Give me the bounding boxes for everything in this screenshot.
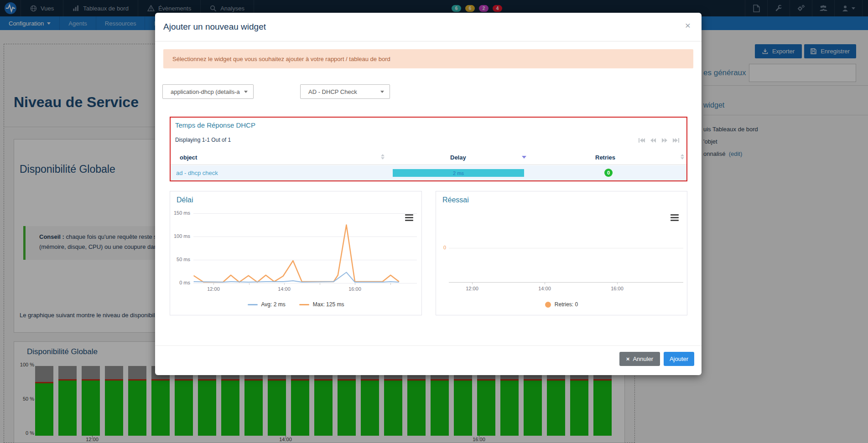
x-axis-tick: 12:00 [466,286,478,291]
x-axis-tick-mark [472,283,473,284]
widget-preview-panel: Temps de Réponse DHCP Displaying 1-1 Out… [170,117,687,181]
add-button[interactable]: Ajouter [664,352,694,366]
last-page-icon [672,138,680,143]
x-axis-tick: 16:00 [611,286,624,291]
chart-line [194,225,399,283]
cell-delay: 2 ms [391,165,530,180]
report-select-value: application-dhcp (details-a [171,88,240,95]
first-page-button[interactable] [637,136,647,144]
legend-label: Max: 125 ms [313,301,344,308]
add-widget-modal: Ajouter un nouveau widget × Sélectionnez… [155,13,702,375]
cancel-button[interactable]: × Annuler [619,352,660,366]
legend-item-avg: Avg: 2 ms [248,301,286,308]
delay-value-bar: 2 ms [393,169,524,177]
legend-item-retries: Retries: 0 [545,301,578,308]
column-header-retries[interactable]: Retries [530,150,686,165]
retries-chart-panel: Réessai 0 12:00 14:00 16:00 Retries: 0 [436,191,687,315]
column-header-object[interactable]: object [171,150,391,165]
x-axis-tick-mark [617,283,618,284]
legend-swatch [299,304,309,305]
pagination-status: Displaying 1-1 Out of 1 [175,137,231,143]
legend-item-max: Max: 125 ms [299,301,344,308]
chart-title: Délai [177,196,193,204]
object-link[interactable]: ad - dhcp check [176,170,218,176]
cancel-button-label: Annuler [633,355,653,362]
table-row: ad - dhcp check 2 ms 0 [171,165,686,180]
retries-badge: 0 [604,169,613,177]
cell-object: ad - dhcp check [171,165,391,180]
delay-chart-lines [170,208,422,288]
column-label: Retries [595,154,615,161]
alert-text: Sélectionnez le widget que vous souhaite… [172,56,390,62]
legend-swatch [248,304,258,305]
x-axis-tick-mark [545,283,545,284]
chevron-down-icon [380,91,384,93]
sort-icon[interactable] [681,154,684,160]
chart-menu-icon[interactable] [670,214,679,221]
last-page-button[interactable] [671,136,681,144]
legend-label: Avg: 2 ms [261,301,286,308]
cell-retries: 0 [530,165,686,180]
y-axis-tick: 0 [438,245,446,250]
sort-desc-icon[interactable] [522,156,526,159]
widget-select-value: AD - DHCP Check [308,88,357,95]
chart-title: Réessai [442,196,469,204]
widget-select[interactable]: AD - DHCP Check [300,84,390,99]
pagination-controls [637,136,681,144]
modal-title: Ajouter un nouveau widget [163,22,266,32]
previous-page-icon [650,138,656,143]
chart-legend: Retries: 0 [436,301,687,308]
delay-chart-panel: Délai 150 ms100 ms50 ms0 ms12:0014:0016:… [170,191,422,315]
next-page-button[interactable] [660,136,670,144]
x-axis-tick: 14:00 [538,286,551,291]
info-alert: Sélectionnez le widget que vous souhaite… [163,49,693,68]
first-page-icon [638,138,645,143]
column-label: object [180,154,197,161]
column-header-delay[interactable]: Delay [391,150,530,165]
gridline [449,248,683,248]
close-icon[interactable]: × [681,18,694,33]
divider [155,345,702,346]
table-header: object Delay Retries [171,150,686,165]
legend-label: Retries: 0 [555,301,578,308]
chart-legend: Avg: 2 ms Max: 125 ms [170,301,421,308]
column-label: Delay [450,154,466,161]
legend-swatch [545,302,551,308]
x-axis-line [449,282,683,283]
previous-page-button[interactable] [648,136,658,144]
chevron-down-icon [244,91,248,93]
add-button-label: Ajouter [670,355,688,362]
divider [155,41,702,41]
preview-title: Temps de Réponse DHCP [175,121,255,129]
report-select[interactable]: application-dhcp (details-a [162,84,254,99]
next-page-icon [661,138,668,143]
close-x-icon: × [626,355,630,362]
sort-icon[interactable] [381,154,385,160]
